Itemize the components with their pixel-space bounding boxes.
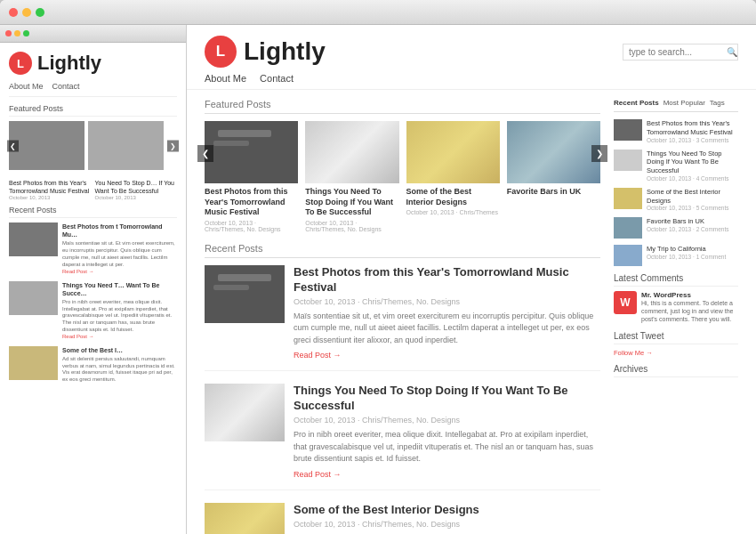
sidebar: Recent Posts Most Popular Tags Best Phot… (614, 99, 738, 534)
feat-img-wrap-2 (305, 121, 398, 183)
left-readmore-1[interactable]: Read Post → (62, 269, 177, 274)
recent-content-3: Some of the Best Interior Designs Octobe… (294, 503, 600, 534)
nav-contact[interactable]: Contact (260, 73, 294, 84)
sidebar-thumb-1 (614, 119, 642, 141)
recent-readmore-1[interactable]: Read Post → (294, 351, 600, 360)
left-close-button[interactable] (5, 30, 12, 36)
sidebar-tab-tags[interactable]: Tags (710, 99, 725, 107)
right-main-panel[interactable]: L Lightly 🔍 About Me Contact Featured Po… (187, 25, 756, 534)
maximize-button[interactable] (36, 8, 44, 17)
follow-me-link[interactable]: Follow Me → (614, 349, 738, 357)
feat-img-4 (507, 121, 600, 183)
recent-title-3[interactable]: Some of the Best Interior Designs (294, 503, 600, 518)
sidebar-post-info-1: Best Photos from this Year's Tomorrowlan… (647, 119, 738, 143)
window-controls (9, 8, 44, 17)
left-site-preview: L Lightly About Me Contact Featured Post… (0, 43, 186, 534)
feat-img-2 (305, 121, 398, 183)
left-nav-about[interactable]: About Me (9, 82, 44, 91)
left-recent-excerpt-2: Pro in nibh oreet everiter, mea olique d… (62, 299, 177, 334)
recent-thumb-img-2 (205, 384, 285, 441)
recent-title-1[interactable]: Best Photos from this Year's Tomorrowlan… (294, 265, 600, 295)
recent-thumb-img-3 (205, 503, 285, 534)
left-minimize-button[interactable] (14, 30, 20, 36)
sidebar-post-meta-5: October 10, 2013 · 1 Comment (647, 254, 726, 260)
comment-avatar: W (614, 291, 637, 314)
search-input[interactable] (629, 47, 727, 57)
comment-text: Hi, this is a comment. To delete a comme… (641, 299, 738, 323)
carousel-next-button[interactable]: ❯ (591, 145, 607, 162)
featured-post-1[interactable]: Best Photos from this Year's Tomorrowlan… (205, 121, 298, 232)
sidebar-tab-popular[interactable]: Most Popular (664, 99, 705, 107)
sidebar-post-title-5[interactable]: My Trip to California (647, 245, 726, 254)
site-title: Lightly (244, 37, 326, 66)
carousel-prev-button[interactable]: ❮ (197, 145, 213, 162)
close-button[interactable] (9, 8, 18, 17)
left-feat-img-1-placeholder (9, 121, 84, 170)
recent-posts-list: Best Photos from this Year's Tomorrowlan… (205, 265, 600, 534)
left-recent-text-2: Things You Need T… Want To Be Succe… Pro… (62, 281, 177, 339)
sidebar-post-title-3[interactable]: Some of the Best Interior Designs (647, 188, 738, 206)
latest-comments-title: Latest Comments (614, 273, 738, 287)
recent-title-2[interactable]: Things You Need To Stop Doing If You Wan… (294, 384, 600, 414)
browser-content: L Lightly About Me Contact Featured Post… (0, 25, 756, 534)
comment-text-area: Mr. WordPress Hi, this is a comment. To … (641, 291, 738, 323)
left-carousel-next[interactable]: ❯ (167, 140, 179, 151)
feat-meta-3: October 10, 2013 · Chris/Themes (406, 209, 500, 215)
left-nav-contact[interactable]: Contact (52, 82, 80, 91)
sidebar-thumb-img-4 (614, 217, 642, 239)
left-recent-text-1: Best Photos from t Tomorrowland Mu… Maïs… (62, 222, 177, 273)
search-box[interactable]: 🔍 (623, 44, 738, 61)
sidebar-post-title-2[interactable]: Things You Need To Stop Doing If You Wan… (647, 150, 738, 175)
search-icon[interactable]: 🔍 (727, 47, 737, 57)
site-logo-area: L Lightly (205, 36, 326, 68)
left-readmore-2[interactable]: Read Post → (62, 334, 177, 339)
recent-thumb-1 (205, 265, 285, 323)
left-recent-title-2: Things You Need T… Want To Be Succe… (62, 281, 177, 297)
feat-title-1: Best Photos from this Year's Tomorrowlan… (205, 187, 298, 218)
left-preview-panel: L Lightly About Me Contact Featured Post… (0, 25, 187, 534)
sidebar-post-title-4[interactable]: Favorite Bars in UK (647, 217, 729, 226)
site-nav: About Me Contact (187, 68, 756, 90)
featured-section-title: Featured Posts (205, 99, 600, 114)
sidebar-post-title-1[interactable]: Best Photos from this Year's Tomorrowlan… (647, 119, 738, 137)
left-maximize-button[interactable] (23, 30, 29, 36)
left-feat-caption-1: Best Photos from this Year's Tomorrowlan… (9, 179, 92, 195)
site-header: L Lightly 🔍 (187, 25, 756, 68)
left-recent-thumb-3 (9, 346, 58, 380)
left-feat-img-2 (88, 121, 164, 170)
feat-img-1 (205, 121, 298, 183)
left-recent-thumb-2 (9, 281, 58, 315)
sidebar-thumb-4 (614, 217, 642, 239)
left-recent-item-3: Some of the Best I… Ad sit deleniti pers… (9, 346, 177, 384)
recent-meta-2: October 10, 2013 · Chris/Themes, No. Des… (294, 416, 600, 425)
featured-post-2[interactable]: Things You Need To Stop Doing If You Wan… (305, 121, 398, 232)
recent-section-title: Recent Posts (205, 243, 600, 258)
minimize-button[interactable] (22, 8, 31, 17)
left-carousel-prev[interactable]: ❮ (7, 140, 19, 151)
featured-post-3[interactable]: Some of the Best Interior Designs Octobe… (406, 121, 500, 232)
recent-readmore-2[interactable]: Read Post → (294, 470, 600, 479)
sidebar-post-meta-3: October 10, 2013 · 5 Comments (647, 205, 738, 211)
feat-img-wrap-1 (205, 121, 298, 183)
recent-excerpt-2: Pro in nibh oreet everiter, mea olique d… (294, 429, 600, 465)
featured-post-4[interactable]: Favorite Bars in UK (507, 121, 600, 232)
sidebar-post-info-5: My Trip to California October 10, 2013 ·… (647, 245, 726, 266)
left-recent-title-3: Some of the Best I… (62, 346, 177, 354)
featured-carousel: ❮ Best Photos from this Year's Tomorrowl… (205, 121, 600, 232)
feat-img-wrap-3 (406, 121, 500, 183)
sidebar-recent-3: Some of the Best Interior Designs Octobe… (614, 188, 738, 212)
sidebar-thumb-img-2 (614, 150, 642, 171)
sidebar-recent-5: My Trip to California October 10, 2013 ·… (614, 245, 738, 266)
left-nav: About Me Contact (9, 82, 177, 97)
left-recent-excerpt-3: Ad sit deleniti persius saluutandi, numq… (62, 356, 177, 384)
left-recent-text-3: Some of the Best I… Ad sit deleniti pers… (62, 346, 177, 384)
sidebar-tab-recent[interactable]: Recent Posts (614, 99, 659, 107)
left-recent-thumb-3-img (9, 346, 58, 380)
sidebar-recent-2: Things You Need To Stop Doing If You Wan… (614, 150, 738, 182)
left-feat-img-2-placeholder (88, 121, 164, 170)
nav-about[interactable]: About Me (205, 73, 246, 84)
sidebar-post-meta-1: October 10, 2013 · 3 Comments (647, 137, 738, 143)
left-featured-title: Featured Posts (9, 104, 177, 117)
sidebar-tabs: Recent Posts Most Popular Tags (614, 99, 738, 112)
sidebar-thumb-img-5 (614, 245, 642, 266)
